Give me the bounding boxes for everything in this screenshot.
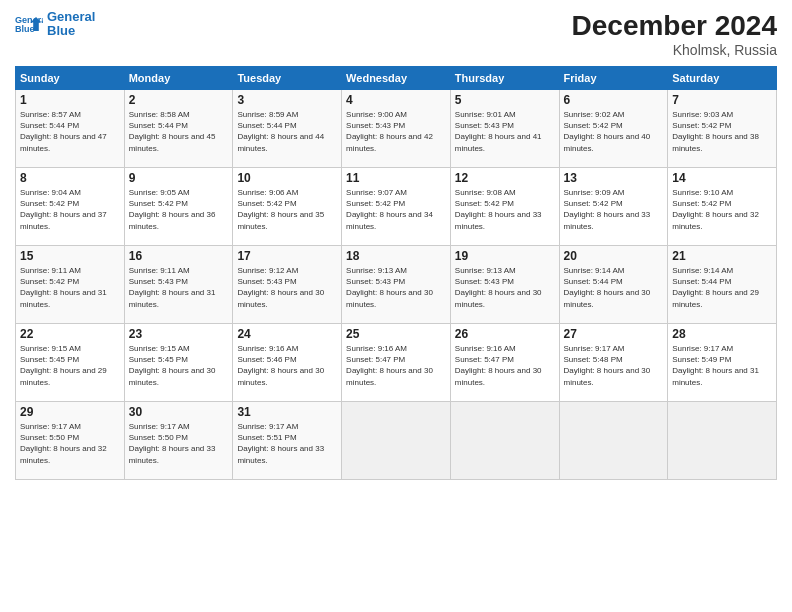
sunset-label: Sunset: 5:45 PM xyxy=(129,355,188,364)
cell-content: Sunrise: 9:12 AM Sunset: 5:43 PM Dayligh… xyxy=(237,265,337,310)
daylight-label: Daylight: 8 hours and 44 minutes. xyxy=(237,132,324,152)
sunrise-label: Sunrise: 9:17 AM xyxy=(237,422,298,431)
calendar-cell: 12 Sunrise: 9:08 AM Sunset: 5:42 PM Dayl… xyxy=(450,168,559,246)
cell-content: Sunrise: 9:01 AM Sunset: 5:43 PM Dayligh… xyxy=(455,109,555,154)
day-number: 31 xyxy=(237,405,337,419)
day-number: 9 xyxy=(129,171,229,185)
sunset-label: Sunset: 5:49 PM xyxy=(672,355,731,364)
cell-content: Sunrise: 9:16 AM Sunset: 5:47 PM Dayligh… xyxy=(455,343,555,388)
sunset-label: Sunset: 5:42 PM xyxy=(672,199,731,208)
sunrise-label: Sunrise: 9:17 AM xyxy=(564,344,625,353)
daylight-label: Daylight: 8 hours and 30 minutes. xyxy=(346,288,433,308)
sunrise-label: Sunrise: 9:13 AM xyxy=(455,266,516,275)
sunset-label: Sunset: 5:44 PM xyxy=(672,277,731,286)
daylight-label: Daylight: 8 hours and 37 minutes. xyxy=(20,210,107,230)
calendar-week-row: 29 Sunrise: 9:17 AM Sunset: 5:50 PM Dayl… xyxy=(16,402,777,480)
cell-content: Sunrise: 9:16 AM Sunset: 5:46 PM Dayligh… xyxy=(237,343,337,388)
sunset-label: Sunset: 5:42 PM xyxy=(129,199,188,208)
cell-content: Sunrise: 8:59 AM Sunset: 5:44 PM Dayligh… xyxy=(237,109,337,154)
sunset-label: Sunset: 5:42 PM xyxy=(455,199,514,208)
calendar-cell xyxy=(668,402,777,480)
logo: General Blue General Blue xyxy=(15,10,95,39)
cell-content: Sunrise: 9:02 AM Sunset: 5:42 PM Dayligh… xyxy=(564,109,664,154)
daylight-label: Daylight: 8 hours and 32 minutes. xyxy=(672,210,759,230)
day-number: 26 xyxy=(455,327,555,341)
day-number: 17 xyxy=(237,249,337,263)
location: Kholmsk, Russia xyxy=(572,42,777,58)
calendar-cell: 1 Sunrise: 8:57 AM Sunset: 5:44 PM Dayli… xyxy=(16,90,125,168)
svg-text:Blue: Blue xyxy=(15,25,35,35)
sunset-label: Sunset: 5:43 PM xyxy=(455,277,514,286)
calendar-cell: 3 Sunrise: 8:59 AM Sunset: 5:44 PM Dayli… xyxy=(233,90,342,168)
column-header-saturday: Saturday xyxy=(668,67,777,90)
sunrise-label: Sunrise: 9:02 AM xyxy=(564,110,625,119)
daylight-label: Daylight: 8 hours and 40 minutes. xyxy=(564,132,651,152)
daylight-label: Daylight: 8 hours and 30 minutes. xyxy=(564,288,651,308)
cell-content: Sunrise: 9:13 AM Sunset: 5:43 PM Dayligh… xyxy=(346,265,446,310)
sunrise-label: Sunrise: 9:17 AM xyxy=(672,344,733,353)
calendar-week-row: 1 Sunrise: 8:57 AM Sunset: 5:44 PM Dayli… xyxy=(16,90,777,168)
daylight-label: Daylight: 8 hours and 47 minutes. xyxy=(20,132,107,152)
sunset-label: Sunset: 5:44 PM xyxy=(129,121,188,130)
day-number: 28 xyxy=(672,327,772,341)
calendar-cell: 23 Sunrise: 9:15 AM Sunset: 5:45 PM Dayl… xyxy=(124,324,233,402)
day-number: 23 xyxy=(129,327,229,341)
daylight-label: Daylight: 8 hours and 33 minutes. xyxy=(129,444,216,464)
column-header-tuesday: Tuesday xyxy=(233,67,342,90)
calendar-cell: 15 Sunrise: 9:11 AM Sunset: 5:42 PM Dayl… xyxy=(16,246,125,324)
calendar-cell: 7 Sunrise: 9:03 AM Sunset: 5:42 PM Dayli… xyxy=(668,90,777,168)
calendar-cell: 8 Sunrise: 9:04 AM Sunset: 5:42 PM Dayli… xyxy=(16,168,125,246)
sunrise-label: Sunrise: 9:14 AM xyxy=(672,266,733,275)
sunrise-label: Sunrise: 9:17 AM xyxy=(20,422,81,431)
sunset-label: Sunset: 5:42 PM xyxy=(20,199,79,208)
sunset-label: Sunset: 5:45 PM xyxy=(20,355,79,364)
sunset-label: Sunset: 5:48 PM xyxy=(564,355,623,364)
sunset-label: Sunset: 5:43 PM xyxy=(455,121,514,130)
calendar-cell: 26 Sunrise: 9:16 AM Sunset: 5:47 PM Dayl… xyxy=(450,324,559,402)
day-number: 20 xyxy=(564,249,664,263)
sunrise-label: Sunrise: 9:06 AM xyxy=(237,188,298,197)
column-header-thursday: Thursday xyxy=(450,67,559,90)
calendar-cell: 2 Sunrise: 8:58 AM Sunset: 5:44 PM Dayli… xyxy=(124,90,233,168)
sunset-label: Sunset: 5:43 PM xyxy=(237,277,296,286)
cell-content: Sunrise: 9:17 AM Sunset: 5:48 PM Dayligh… xyxy=(564,343,664,388)
page-container: General Blue General Blue December 2024 … xyxy=(0,0,792,485)
calendar-week-row: 15 Sunrise: 9:11 AM Sunset: 5:42 PM Dayl… xyxy=(16,246,777,324)
day-number: 21 xyxy=(672,249,772,263)
cell-content: Sunrise: 9:07 AM Sunset: 5:42 PM Dayligh… xyxy=(346,187,446,232)
sunset-label: Sunset: 5:46 PM xyxy=(237,355,296,364)
cell-content: Sunrise: 8:57 AM Sunset: 5:44 PM Dayligh… xyxy=(20,109,120,154)
day-number: 4 xyxy=(346,93,446,107)
header: General Blue General Blue December 2024 … xyxy=(15,10,777,58)
sunrise-label: Sunrise: 9:04 AM xyxy=(20,188,81,197)
daylight-label: Daylight: 8 hours and 30 minutes. xyxy=(455,366,542,386)
sunrise-label: Sunrise: 9:13 AM xyxy=(346,266,407,275)
cell-content: Sunrise: 9:11 AM Sunset: 5:43 PM Dayligh… xyxy=(129,265,229,310)
sunset-label: Sunset: 5:50 PM xyxy=(129,433,188,442)
sunrise-label: Sunrise: 9:11 AM xyxy=(129,266,190,275)
sunset-label: Sunset: 5:47 PM xyxy=(455,355,514,364)
sunrise-label: Sunrise: 8:58 AM xyxy=(129,110,190,119)
sunrise-label: Sunrise: 9:14 AM xyxy=(564,266,625,275)
cell-content: Sunrise: 9:15 AM Sunset: 5:45 PM Dayligh… xyxy=(20,343,120,388)
calendar-week-row: 8 Sunrise: 9:04 AM Sunset: 5:42 PM Dayli… xyxy=(16,168,777,246)
daylight-label: Daylight: 8 hours and 33 minutes. xyxy=(564,210,651,230)
column-header-monday: Monday xyxy=(124,67,233,90)
daylight-label: Daylight: 8 hours and 32 minutes. xyxy=(20,444,107,464)
daylight-label: Daylight: 8 hours and 30 minutes. xyxy=(455,288,542,308)
sunrise-label: Sunrise: 9:16 AM xyxy=(237,344,298,353)
sunset-label: Sunset: 5:43 PM xyxy=(346,121,405,130)
sunset-label: Sunset: 5:42 PM xyxy=(672,121,731,130)
sunrise-label: Sunrise: 9:16 AM xyxy=(346,344,407,353)
daylight-label: Daylight: 8 hours and 30 minutes. xyxy=(564,366,651,386)
sunset-label: Sunset: 5:43 PM xyxy=(346,277,405,286)
sunset-label: Sunset: 5:43 PM xyxy=(129,277,188,286)
calendar-cell: 13 Sunrise: 9:09 AM Sunset: 5:42 PM Dayl… xyxy=(559,168,668,246)
sunset-label: Sunset: 5:42 PM xyxy=(564,121,623,130)
day-number: 5 xyxy=(455,93,555,107)
sunrise-label: Sunrise: 9:17 AM xyxy=(129,422,190,431)
calendar-cell: 5 Sunrise: 9:01 AM Sunset: 5:43 PM Dayli… xyxy=(450,90,559,168)
day-number: 10 xyxy=(237,171,337,185)
cell-content: Sunrise: 9:04 AM Sunset: 5:42 PM Dayligh… xyxy=(20,187,120,232)
cell-content: Sunrise: 9:14 AM Sunset: 5:44 PM Dayligh… xyxy=(564,265,664,310)
